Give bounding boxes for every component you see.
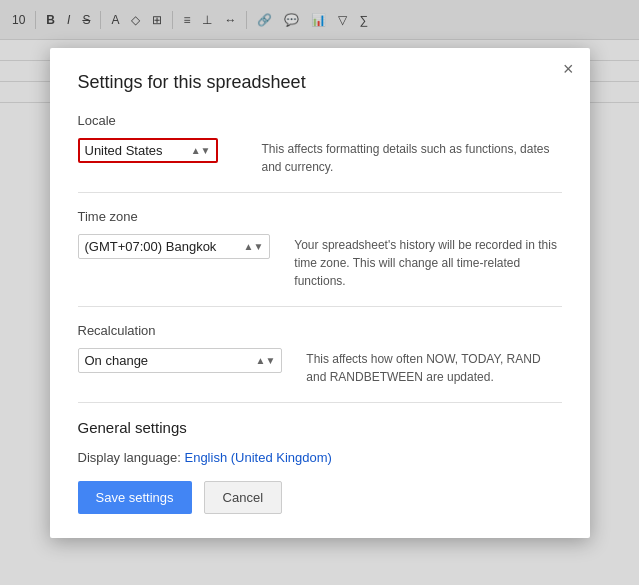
- display-language-link[interactable]: English (United Kingdom): [184, 450, 331, 465]
- recalculation-description: This affects how often NOW, TODAY, RAND …: [306, 348, 561, 386]
- locale-label: Locale: [78, 113, 562, 128]
- locale-select-wrapper[interactable]: United States United Kingdom Australia C…: [78, 138, 218, 163]
- locale-description: This affects formatting details such as …: [262, 138, 562, 176]
- dialog-overlay: × Settings for this spreadsheet Locale U…: [0, 0, 639, 585]
- display-language-label: Display language:: [78, 450, 181, 465]
- general-settings-section: General settings Display language: Engli…: [78, 419, 562, 465]
- dialog-footer: Save settings Cancel: [78, 481, 562, 514]
- timezone-section: Time zone (GMT+07:00) Bangkok (GMT+00:00…: [78, 209, 562, 290]
- locale-row: United States United Kingdom Australia C…: [78, 138, 562, 176]
- locale-section: Locale United States United Kingdom Aust…: [78, 113, 562, 176]
- recalculation-row: On change On change and every minute On …: [78, 348, 562, 386]
- timezone-control: (GMT+07:00) Bangkok (GMT+00:00) UTC (GMT…: [78, 234, 271, 259]
- locale-select[interactable]: United States United Kingdom Australia C…: [85, 143, 187, 158]
- display-language-row: Display language: English (United Kingdo…: [78, 450, 562, 465]
- timezone-select-wrapper[interactable]: (GMT+07:00) Bangkok (GMT+00:00) UTC (GMT…: [78, 234, 271, 259]
- section-divider-1: [78, 192, 562, 193]
- dialog-title: Settings for this spreadsheet: [78, 72, 562, 93]
- timezone-description: Your spreadsheet's history will be recor…: [294, 234, 561, 290]
- recalculation-select-arrow-icon: ▲▼: [256, 355, 276, 366]
- recalculation-select-wrapper[interactable]: On change On change and every minute On …: [78, 348, 283, 373]
- close-button[interactable]: ×: [563, 60, 574, 78]
- section-divider-3: [78, 402, 562, 403]
- recalculation-control: On change On change and every minute On …: [78, 348, 283, 373]
- locale-select-arrow-icon: ▲▼: [191, 145, 211, 156]
- save-settings-button[interactable]: Save settings: [78, 481, 192, 514]
- cancel-button[interactable]: Cancel: [204, 481, 282, 514]
- timezone-label: Time zone: [78, 209, 562, 224]
- general-settings-title: General settings: [78, 419, 562, 436]
- timezone-row: (GMT+07:00) Bangkok (GMT+00:00) UTC (GMT…: [78, 234, 562, 290]
- recalculation-select[interactable]: On change On change and every minute On …: [85, 353, 252, 368]
- section-divider-2: [78, 306, 562, 307]
- recalculation-label: Recalculation: [78, 323, 562, 338]
- settings-dialog: × Settings for this spreadsheet Locale U…: [50, 48, 590, 538]
- recalculation-section: Recalculation On change On change and ev…: [78, 323, 562, 386]
- timezone-select-arrow-icon: ▲▼: [244, 241, 264, 252]
- timezone-select[interactable]: (GMT+07:00) Bangkok (GMT+00:00) UTC (GMT…: [85, 239, 240, 254]
- locale-control: United States United Kingdom Australia C…: [78, 138, 238, 163]
